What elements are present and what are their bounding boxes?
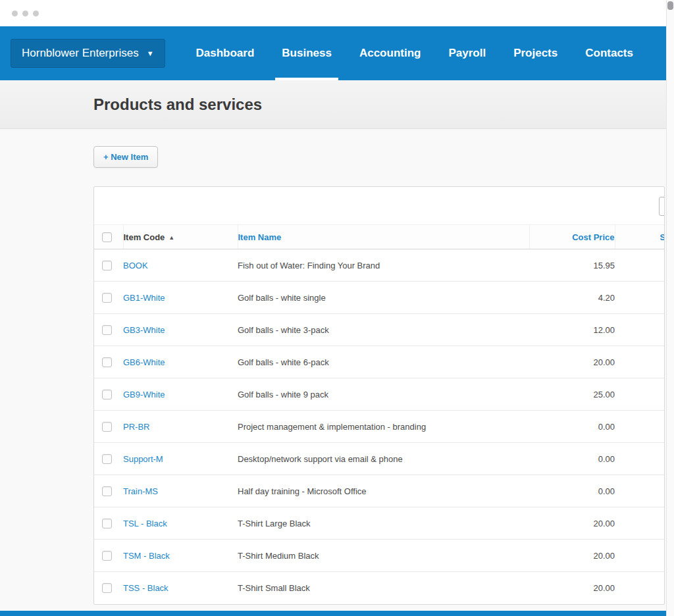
column-header-cost-price[interactable]: Cost Price — [529, 225, 615, 249]
vertical-scrollbar[interactable] — [666, 0, 674, 616]
table-row: GB3-White Golf balls - white 3-pack 12.0… — [94, 314, 664, 346]
item-cost-price: 0.00 — [529, 411, 615, 443]
item-name: Golf balls - white 9 pack — [238, 378, 529, 411]
row-checkbox[interactable] — [102, 583, 112, 593]
table-row: BOOK Fish out of Water: Finding Your Bra… — [94, 249, 664, 282]
item-code-link[interactable]: GB9-White — [123, 390, 165, 399]
table-header-row: Item Code▲ Item Name Cost Price Sale Pri… — [94, 225, 664, 249]
item-sale-price — [615, 572, 664, 604]
row-checkbox[interactable] — [102, 390, 112, 399]
page-content: + New Item Item Code▲ — [0, 129, 674, 605]
item-name: Golf balls - white single — [238, 282, 529, 314]
table-row: TSL - Black T-Shirt Large Black 20.00 — [94, 507, 664, 540]
window-control-zoom[interactable] — [33, 11, 39, 16]
nav-item-dashboard[interactable]: Dashboard — [182, 26, 269, 80]
item-code-link[interactable]: BOOK — [123, 261, 148, 270]
item-code-link[interactable]: GB3-White — [123, 325, 165, 335]
nav-item-payroll[interactable]: Payroll — [434, 26, 500, 80]
item-sale-price — [615, 282, 664, 314]
item-name: Desktop/network support via email & phon… — [238, 443, 529, 475]
item-code-link[interactable]: TSS - Black — [123, 583, 168, 593]
column-header-sale-price[interactable]: Sale Price — [615, 225, 664, 249]
item-cost-price: 20.00 — [529, 346, 615, 378]
item-cost-price: 15.95 — [529, 249, 615, 282]
item-name: T-Shirt Medium Black — [238, 540, 529, 572]
item-name: Project management & implementation - br… — [238, 411, 529, 443]
item-sale-price — [615, 411, 664, 443]
item-code-link[interactable]: GB1-White — [123, 293, 165, 303]
bottom-bar — [0, 611, 666, 616]
row-checkbox[interactable] — [102, 261, 112, 270]
page-title: Products and services — [93, 95, 262, 114]
select-all-checkbox[interactable] — [102, 232, 112, 242]
item-name: T-Shirt Small Black — [238, 572, 529, 604]
page-header: Products and services — [0, 80, 674, 129]
org-picker-dropdown[interactable]: Hornblower Enterprises ▼ — [11, 39, 165, 68]
item-name: Golf balls - white 6-pack — [238, 346, 529, 378]
item-sale-price — [615, 314, 664, 346]
item-code-link[interactable]: GB6-White — [123, 357, 165, 367]
row-checkbox[interactable] — [102, 519, 112, 528]
items-table: Item Code▲ Item Name Cost Price Sale Pri… — [94, 224, 664, 604]
table-row: GB6-White Golf balls - white 6-pack 20.0… — [94, 346, 664, 378]
chevron-down-icon: ▼ — [147, 49, 154, 57]
table-toolbar — [94, 187, 664, 224]
item-cost-price: 0.00 — [529, 443, 615, 475]
item-code-link[interactable]: Support-M — [123, 454, 163, 464]
table-row: Support-M Desktop/network support via em… — [94, 443, 664, 475]
item-cost-price: 20.00 — [529, 572, 615, 604]
table-row: Train-MS Half day training - Microsoft O… — [94, 475, 664, 507]
app-window: Hornblower Enterprises ▼ DashboardBusine… — [0, 0, 674, 616]
scrollbar-thumb[interactable] — [667, 1, 673, 10]
item-code-header-label: Item Code — [124, 232, 165, 242]
row-checkbox[interactable] — [102, 293, 112, 303]
column-header-item-name[interactable]: Item Name — [238, 225, 529, 249]
table-row: TSS - Black T-Shirt Small Black 20.00 — [94, 572, 664, 604]
item-name: T-Shirt Large Black — [238, 507, 529, 540]
nav-item-accounting[interactable]: Accounting — [346, 26, 435, 80]
item-cost-price: 0.00 — [529, 475, 615, 507]
item-sale-price — [615, 475, 664, 507]
item-sale-price — [615, 378, 664, 411]
column-header-item-code[interactable]: Item Code▲ — [123, 225, 238, 249]
table-row: GB9-White Golf balls - white 9 pack 25.0… — [94, 378, 664, 411]
item-sale-price — [615, 540, 664, 572]
item-code-link[interactable]: TSL - Black — [123, 519, 167, 528]
nav-item-contacts[interactable]: Contacts — [571, 26, 647, 80]
item-cost-price: 4.20 — [529, 282, 615, 314]
nav-item-projects[interactable]: Projects — [500, 26, 571, 80]
item-code-link[interactable]: TSM - Black — [123, 551, 170, 561]
item-sale-price — [615, 346, 664, 378]
row-checkbox[interactable] — [102, 422, 112, 432]
item-cost-price: 12.00 — [529, 314, 615, 346]
row-checkbox[interactable] — [102, 454, 112, 464]
window-control-minimize[interactable] — [22, 11, 28, 16]
search-input[interactable] — [659, 197, 665, 216]
table-row: TSM - Black T-Shirt Medium Black 20.00 — [94, 540, 664, 572]
item-cost-price: 25.00 — [529, 378, 615, 411]
window-titlebar — [0, 0, 674, 26]
item-name: Fish out of Water: Finding Your Brand — [238, 249, 529, 282]
item-sale-price — [615, 507, 664, 540]
primary-nav: DashboardBusinessAccountingPayrollProjec… — [182, 26, 647, 80]
row-checkbox[interactable] — [102, 325, 112, 335]
item-name: Golf balls - white 3-pack — [238, 314, 529, 346]
item-code-link[interactable]: Train-MS — [123, 486, 158, 496]
row-checkbox[interactable] — [102, 486, 112, 496]
item-code-link[interactable]: PR-BR — [123, 422, 149, 432]
item-cost-price: 20.00 — [529, 507, 615, 540]
item-cost-price: 20.00 — [529, 540, 615, 572]
nav-item-business[interactable]: Business — [268, 26, 346, 80]
items-panel: Item Code▲ Item Name Cost Price Sale Pri… — [93, 186, 665, 605]
table-row: GB1-White Golf balls - white single 4.20 — [94, 282, 664, 314]
sort-ascending-icon: ▲ — [168, 234, 174, 241]
new-item-button[interactable]: + New Item — [93, 146, 158, 168]
primary-navbar: Hornblower Enterprises ▼ DashboardBusine… — [0, 26, 674, 80]
window-control-close[interactable] — [12, 11, 18, 16]
row-checkbox[interactable] — [102, 551, 112, 561]
item-sale-price — [615, 249, 664, 282]
item-name: Half day training - Microsoft Office — [238, 475, 529, 507]
table-row: PR-BR Project management & implementatio… — [94, 411, 664, 443]
item-sale-price — [615, 443, 664, 475]
row-checkbox[interactable] — [102, 357, 112, 367]
